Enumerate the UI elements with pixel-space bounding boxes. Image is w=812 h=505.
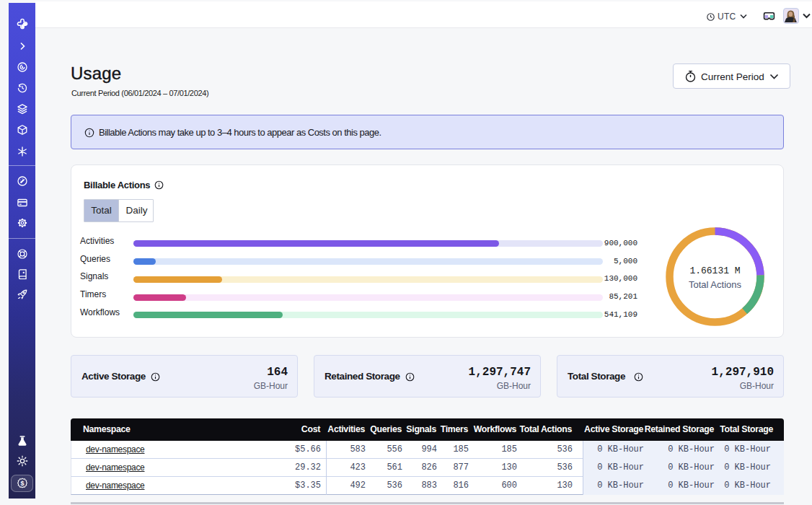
svg-text:$: $ [20,480,24,487]
